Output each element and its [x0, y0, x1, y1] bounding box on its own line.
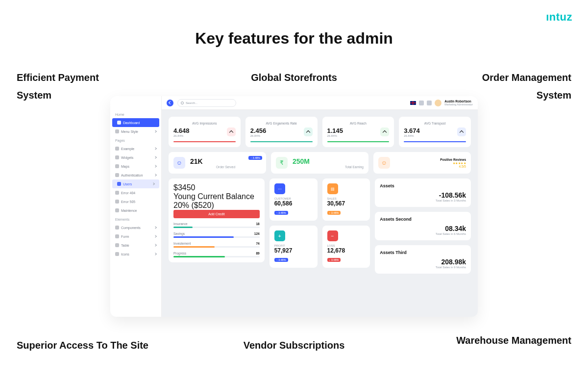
chevron-right-icon [152, 182, 155, 185]
kpi-percent: 26.84% [173, 134, 236, 137]
sidebar-item-form[interactable]: Form [110, 232, 161, 241]
search-input[interactable]: Search... [177, 99, 236, 107]
progress-fill [173, 236, 234, 238]
avatar[interactable] [435, 100, 441, 106]
progress-value: 124 [254, 232, 260, 235]
sidebar-item-example[interactable]: Example [110, 144, 161, 153]
bell-icon[interactable] [419, 101, 424, 105]
progress-track [173, 227, 260, 228]
progress-fill [173, 246, 215, 248]
sidebar-item-authentication[interactable]: Authentication [110, 171, 161, 179]
progress-label: Investement [173, 242, 191, 245]
sidebar-item-error-404[interactable]: Error 404 [110, 188, 161, 197]
progress-value: 18 [256, 222, 259, 226]
search-placeholder: Search... [186, 102, 197, 104]
user-role: Marketing Administrator [444, 103, 473, 106]
assets-second-card: Assets Second 08.34k Total Sales in 6 Mo… [375, 212, 471, 240]
chevron-right-icon [154, 253, 157, 255]
sidebar-item-label: Users [123, 182, 150, 186]
sidebar-item-components[interactable]: Components [110, 223, 161, 232]
sidebar-item-label: Authentication [121, 174, 152, 177]
feature-vendor-subscriptions: Vendor Subscriptions [244, 336, 345, 354]
main-content: Search... Austin Robertson Marketing Adm… [162, 96, 478, 317]
stat-title: Positive Reviews [395, 158, 466, 161]
sidebar-section-elements: Elements [110, 215, 161, 223]
dashboard-grid: AVG Impressions 4.648 26.84% AVG Engamen… [162, 110, 478, 280]
arrow-up-icon [457, 127, 466, 136]
sidebar-item-label: Components [121, 226, 152, 229]
sidebar-item-label: Maintence [121, 209, 156, 212]
sidebar: Home Dashboard Menu Style Pages Example … [110, 96, 162, 317]
profit-icon: + [274, 230, 285, 241]
assets-title: Assets Third [380, 250, 466, 255]
sidebar-item-maps[interactable]: Maps [110, 162, 161, 171]
stat-label: Total Earning [293, 165, 364, 169]
kpi-percent: 26.84% [404, 134, 466, 137]
chevron-right-icon [154, 156, 157, 159]
back-button[interactable] [167, 100, 173, 106]
progress-row: Savings124 [173, 232, 260, 235]
balance-title: Young Current Balance [173, 192, 260, 201]
flag-uk-icon[interactable] [410, 101, 416, 105]
kpi-title: AVG Transpost [404, 122, 466, 125]
card-value: 12,678 [327, 247, 366, 254]
stat-badge: ↑ 3.48% [248, 156, 262, 160]
kpi-value: 1.145 [327, 127, 390, 134]
sidebar-item-label: Icons [121, 253, 152, 256]
assets-value: 08.34k [380, 225, 466, 232]
stat-label: Order Served [190, 165, 261, 169]
customer-icon: ⋯ [274, 183, 285, 194]
users-icon [117, 182, 121, 186]
assets-sub: Total Sales in 3 Months [380, 199, 466, 202]
assets-title: Assets Second [380, 217, 466, 222]
assets-value: -108.56k [380, 191, 466, 199]
user-info[interactable]: Austin Robertson Marketing Administrator [444, 100, 473, 106]
user-name: Austin Robertson [444, 100, 473, 103]
customer-card: ⋯ CUSTOMER 60,586 ↑ 3.48% [270, 178, 318, 221]
pin-icon [115, 164, 119, 168]
sidebar-item-label: Example [121, 147, 152, 151]
intuz-logo: ıntuz [546, 11, 572, 24]
kpi-percent: 26.84% [327, 134, 390, 137]
mail-icon[interactable] [427, 101, 432, 105]
loss-card: − LOSS 12,678 ↓ 3.48% [322, 226, 370, 268]
widget-icon [115, 155, 119, 159]
stars-icon: ★★★★★ [395, 161, 466, 165]
arrow-up-icon [380, 127, 389, 136]
card-tag: ↑ 3.48% [274, 258, 288, 262]
search-icon [181, 102, 184, 104]
admin-dashboard: Home Dashboard Menu Style Pages Example … [110, 96, 478, 317]
sidebar-item-label: Dashboard [123, 121, 154, 125]
assets-sub: Total Sales in 6 Months [380, 232, 466, 235]
example-icon [115, 147, 119, 151]
card-value: 30,567 [327, 200, 366, 207]
sidebar-item-table[interactable]: Table [110, 241, 161, 250]
assets-value: 208.98k [380, 258, 466, 266]
assets-card: Assets -108.56k Total Sales in 3 Months [375, 178, 471, 207]
stat-order-served: ☺ 21K Order Served ↑ 3.48% [169, 152, 266, 174]
sidebar-item-icons[interactable]: Icons [110, 250, 161, 258]
card-value: 57,927 [274, 247, 313, 254]
sidebar-item-widgets[interactable]: Widgets [110, 153, 161, 162]
kpi-value: 4.648 [173, 127, 236, 134]
table-icon [115, 243, 119, 247]
sidebar-item-maintence[interactable]: Maintence [110, 206, 161, 215]
progress-row: Insurance18 [173, 222, 260, 226]
user-icon: ☺ [173, 157, 185, 169]
progress-label: Insurance [173, 222, 188, 226]
progress-label: Savings [173, 232, 185, 235]
sidebar-item-users[interactable]: Users [112, 179, 159, 188]
error-icon [115, 191, 119, 195]
card-tag: ↑ 3.48% [274, 211, 288, 215]
card-value: 60,586 [274, 200, 313, 207]
loss-icon: − [327, 230, 338, 241]
chevron-right-icon [154, 147, 157, 150]
kpi-title: AVG Engaments Rate [250, 122, 313, 125]
sidebar-item-menu-style[interactable]: Menu Style [110, 127, 161, 136]
add-credit-button[interactable]: Add Credit [173, 210, 260, 218]
chevron-right-icon [154, 226, 157, 229]
chevron-right-icon [154, 235, 157, 238]
feature-superior-access: Superior Access To The Site [17, 336, 148, 354]
sidebar-item-dashboard[interactable]: Dashboard [112, 118, 159, 127]
sidebar-item-error-505[interactable]: Error 505 [110, 197, 161, 206]
